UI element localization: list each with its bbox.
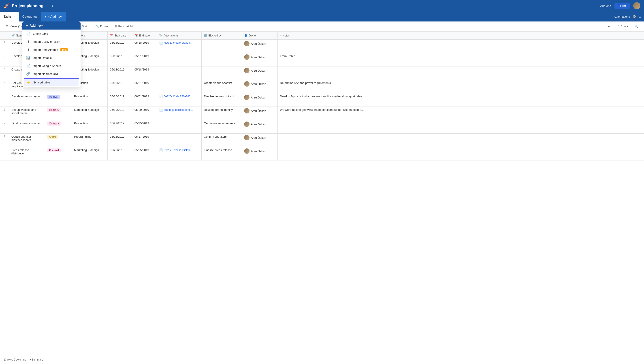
dropdown-item-import-retable[interactable]: 📊 Import Retable	[22, 54, 80, 62]
title-chevron[interactable]: ▾	[52, 4, 53, 8]
empty-table-icon: 📄	[26, 32, 30, 36]
dropdown-item-label: Import from Airtable	[33, 48, 58, 52]
dropdown-item-import-url[interactable]: 🔗 Import file from URL	[22, 70, 80, 78]
csv-icon: ⬆	[26, 40, 30, 44]
dropdown-overlay[interactable]: + Add new 📄 Empty table ⬆ Import a .csv …	[0, 12, 644, 363]
team-button[interactable]: Team	[614, 3, 630, 9]
add-ons-link[interactable]: Add-ons	[600, 4, 611, 8]
url-icon: 🔗	[26, 72, 30, 76]
dropdown-item-empty-table[interactable]: 📄 Empty table	[22, 30, 80, 38]
app-title: Project planning	[12, 4, 44, 8]
dropdown-header-icon: +	[26, 24, 28, 27]
app-logo: 🚀	[4, 3, 9, 8]
dropdown-item-label: Import Google Sheets	[33, 64, 61, 68]
top-nav: 🚀 Project planning ··· ▾ Add-ons Team	[0, 0, 644, 12]
add-new-dropdown: + Add new 📄 Empty table ⬆ Import a .csv …	[22, 22, 80, 87]
retable-icon: 📊	[26, 56, 30, 60]
dropdown-items: 📄 Empty table ⬆ Import a .csv or .xls(x)…	[22, 30, 80, 86]
dropdown-item-import-google[interactable]: 📄 Import Google Sheets	[22, 62, 80, 70]
dropdown-item-import-csv[interactable]: ⬆ Import a .csv or .xls(x)	[22, 38, 80, 46]
beta-badge: Beta	[60, 48, 68, 51]
airtable-icon: ⬆	[26, 48, 30, 52]
dropdown-item-label: Import Retable	[33, 56, 52, 60]
top-nav-right: Add-ons Team	[600, 2, 640, 10]
dropdown-header-label: Add new	[30, 24, 42, 27]
dropdown-item-label: Empty table	[33, 32, 48, 35]
dropdown-item-label: Import file from URL	[33, 72, 59, 76]
dropdown-header: + Add new	[22, 22, 80, 30]
title-dots[interactable]: ···	[46, 4, 49, 8]
dropdown-item-synced-table[interactable]: ⚡ Synced table	[24, 78, 79, 86]
dropdown-item-label: Import a .csv or .xls(x)	[33, 40, 61, 44]
dropdown-item-label: Synced table	[33, 81, 50, 84]
synced-icon: ⚡	[26, 80, 31, 84]
avatar[interactable]	[633, 2, 640, 10]
google-icon: 📄	[26, 64, 30, 68]
dropdown-item-import-airtable[interactable]: ⬆ Import from Airtable Beta	[22, 46, 80, 54]
